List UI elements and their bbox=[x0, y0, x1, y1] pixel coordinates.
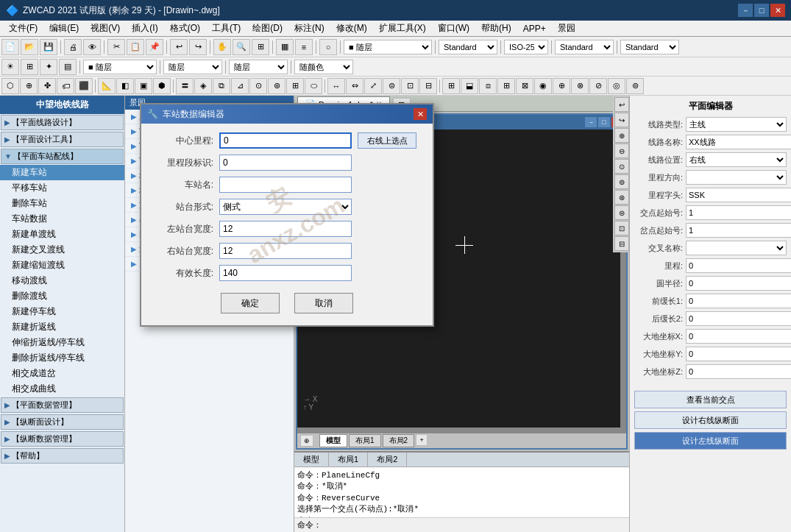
dialog-input-station-name[interactable] bbox=[219, 177, 352, 193]
tool-btn-1[interactable]: ⬡ bbox=[1, 78, 19, 94]
iso-dropdown[interactable]: ISO-25 bbox=[504, 40, 548, 54]
sidebar-item-new-single-crossover[interactable]: 新建单渡线 bbox=[0, 227, 124, 242]
sidebar-item-move-station[interactable]: 平移车站 bbox=[0, 180, 124, 196]
pan-btn[interactable]: ✋ bbox=[213, 39, 231, 55]
side-btn-5[interactable]: ⊙ bbox=[614, 159, 629, 174]
tool-btn-23[interactable]: ⊟ bbox=[419, 78, 437, 94]
copy-btn[interactable]: 📋 bbox=[127, 39, 144, 55]
tool-btn-13[interactable]: ⊿ bbox=[231, 78, 249, 94]
cmd-tab-layout2[interactable]: 布局2 bbox=[368, 453, 407, 467]
standard-dropdown2[interactable]: Standard bbox=[555, 40, 614, 54]
mileage-dir-select[interactable] bbox=[686, 170, 787, 185]
sidebar-item-new-parking[interactable]: 新建停车线 bbox=[0, 304, 124, 319]
tool-btn-24[interactable]: ⊞ bbox=[442, 78, 460, 94]
tool-btn-29[interactable]: ◉ bbox=[534, 78, 552, 94]
command-input[interactable] bbox=[322, 521, 626, 530]
lineweight-select[interactable]: 随颜色 bbox=[294, 60, 353, 74]
tool-btn-12[interactable]: ⧉ bbox=[213, 78, 230, 94]
tool-btn-33[interactable]: ◎ bbox=[608, 78, 625, 94]
layer-select[interactable]: ■ 随层 bbox=[83, 60, 157, 74]
menu-draw[interactable]: 绘图(D) bbox=[246, 21, 288, 36]
sidebar-item-delete-crossover[interactable]: 删除渡线 bbox=[0, 288, 124, 304]
coord-x-input[interactable] bbox=[686, 329, 791, 344]
sidebar-item-delete-station[interactable]: 删除车站 bbox=[0, 196, 124, 211]
check-intersection-btn[interactable]: 查看当前交点 bbox=[634, 391, 787, 408]
tool-btn-21[interactable]: ⊜ bbox=[383, 78, 400, 94]
coord-z-input[interactable] bbox=[686, 364, 791, 379]
tool-btn-11[interactable]: ◈ bbox=[194, 78, 212, 94]
tool-btn-26[interactable]: ⧈ bbox=[479, 78, 497, 94]
tool-btn-16[interactable]: ⊞ bbox=[286, 78, 304, 94]
snap-btn[interactable]: ✦ bbox=[40, 59, 57, 75]
preview-btn[interactable]: 👁 bbox=[83, 39, 101, 55]
tool-btn-15[interactable]: ⊛ bbox=[268, 78, 285, 94]
grid-btn[interactable]: ⊞ bbox=[21, 59, 38, 75]
sidebar-section-help[interactable]: ▶ 【帮助】 bbox=[1, 448, 124, 464]
menu-dimension[interactable]: 标注(N) bbox=[288, 21, 330, 36]
block-btn[interactable]: ▦ bbox=[276, 39, 294, 55]
sidebar-item-new-turn[interactable]: 新建折返线 bbox=[0, 319, 124, 335]
attr-btn[interactable]: ≡ bbox=[295, 39, 313, 55]
menu-landscape[interactable]: 景园 bbox=[552, 21, 581, 36]
zoom-all-btn[interactable]: ⊞ bbox=[252, 39, 269, 55]
standard-dropdown1[interactable]: Standard bbox=[439, 40, 497, 54]
sidebar-section-profile-design[interactable]: ▶ 【纵断面设计】 bbox=[1, 414, 124, 430]
mileage-input[interactable] bbox=[686, 258, 791, 273]
tool-btn-27[interactable]: ⊞ bbox=[497, 78, 515, 94]
tool-btn-5[interactable]: ⬛ bbox=[75, 78, 93, 94]
sidebar-item-delete-parking[interactable]: 删除折返线/停车线 bbox=[0, 350, 124, 366]
sidebar-item-new-crossover[interactable]: 新建交叉渡线 bbox=[0, 242, 124, 258]
cmd-tab-model[interactable]: 模型 bbox=[294, 453, 329, 467]
tool-btn-32[interactable]: ⊘ bbox=[589, 78, 607, 94]
menu-tools[interactable]: 工具(T) bbox=[206, 21, 246, 36]
tool-btn-20[interactable]: ⤢ bbox=[364, 78, 382, 94]
tool-btn-28[interactable]: ⊠ bbox=[516, 78, 533, 94]
minimize-button[interactable]: － bbox=[738, 4, 753, 17]
sidebar-item-new-station[interactable]: 新建车站 bbox=[0, 165, 124, 180]
tool-btn-9[interactable]: ⬢ bbox=[153, 78, 171, 94]
tab-layout2[interactable]: 布局2 bbox=[383, 434, 415, 447]
side-btn-8[interactable]: ⊜ bbox=[614, 205, 629, 220]
sidebar-section-profile-data[interactable]: ▶ 【纵断数据管理】 bbox=[1, 431, 124, 447]
open-file-btn[interactable]: 📂 bbox=[21, 39, 38, 55]
menu-file[interactable]: 文件(F) bbox=[3, 21, 43, 36]
tool-btn-4[interactable]: 🏷 bbox=[57, 78, 74, 94]
tool-btn-2[interactable]: ⊕ bbox=[20, 78, 38, 94]
side-btn-2[interactable]: ↪ bbox=[614, 113, 629, 127]
cad-win-minimize[interactable]: － bbox=[585, 117, 597, 127]
front-buffer1-input[interactable] bbox=[686, 294, 791, 308]
h-scrollbar[interactable] bbox=[297, 428, 626, 433]
tool-btn-7[interactable]: ◧ bbox=[116, 78, 134, 94]
menu-modify[interactable]: 修改(M) bbox=[330, 21, 373, 36]
right-line-select-btn[interactable]: 右线上选点 bbox=[358, 132, 416, 149]
standard-dropdown3[interactable]: Standard bbox=[620, 40, 679, 54]
menu-app[interactable]: APP+ bbox=[517, 22, 552, 35]
cut-btn[interactable]: ✂ bbox=[107, 39, 125, 55]
side-btn-10[interactable]: ⊟ bbox=[614, 236, 629, 251]
dialog-select-platform-type[interactable]: 侧式 岛式 混合式 bbox=[219, 199, 352, 215]
redo-btn[interactable]: ↪ bbox=[189, 39, 207, 55]
layer-dropdown[interactable]: ■ 随层 bbox=[344, 40, 432, 54]
intersect-name-select[interactable] bbox=[686, 241, 787, 255]
menu-insert[interactable]: 插入(I) bbox=[126, 21, 163, 36]
dialog-input-mileage-section[interactable] bbox=[219, 155, 352, 171]
menu-help[interactable]: 帮助(H) bbox=[475, 21, 517, 36]
side-btn-1[interactable]: ↩ bbox=[614, 97, 629, 112]
side-btn-9[interactable]: ⊡ bbox=[614, 221, 629, 235]
sidebar-item-extend-parking[interactable]: 伸缩折返线/停车线 bbox=[0, 335, 124, 350]
sidebar-section-plane-data[interactable]: ▶ 【平面数据管理】 bbox=[1, 397, 124, 413]
tool-btn-25[interactable]: ⬓ bbox=[461, 78, 478, 94]
route-type-select[interactable]: 主线支线 bbox=[686, 117, 787, 132]
dialog-input-right-width[interactable] bbox=[219, 243, 352, 259]
save-file-btn[interactable]: 💾 bbox=[40, 39, 57, 55]
layer-manage-btn[interactable]: ▤ bbox=[59, 59, 77, 75]
side-btn-3[interactable]: ⊕ bbox=[614, 128, 629, 143]
zoom-btn[interactable]: 🔍 bbox=[233, 39, 250, 55]
tool-btn-14[interactable]: ⊙ bbox=[249, 78, 267, 94]
side-btn-4[interactable]: ⊖ bbox=[614, 143, 629, 158]
tool-btn-19[interactable]: ⇔ bbox=[346, 78, 363, 94]
cmd-tab-layout1[interactable]: 布局1 bbox=[329, 453, 368, 467]
cad-win-maximize[interactable]: □ bbox=[598, 117, 610, 127]
paste-btn[interactable]: 📌 bbox=[146, 39, 163, 55]
menu-edit[interactable]: 编辑(E) bbox=[43, 21, 85, 36]
